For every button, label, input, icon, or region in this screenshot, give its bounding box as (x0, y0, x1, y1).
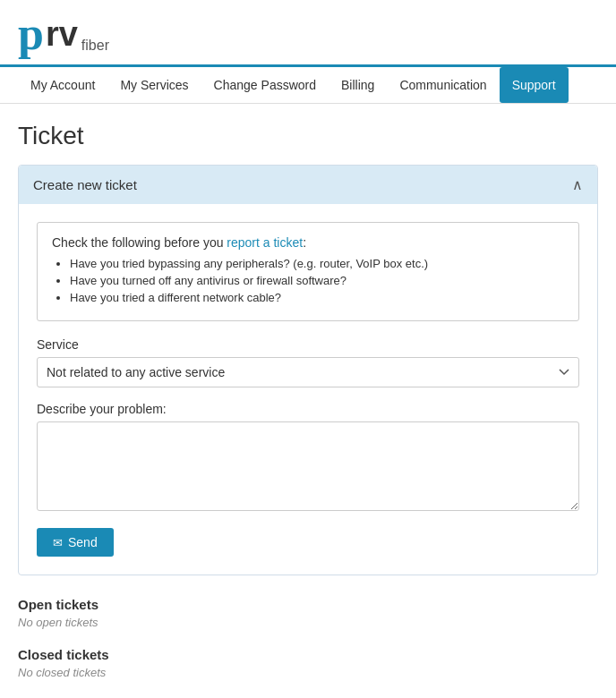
page-title: Ticket (18, 122, 598, 150)
closed-tickets-empty: No closed tickets (18, 666, 598, 679)
precheck-title: Check the following before you report a … (52, 235, 564, 250)
logo-fiber: fiber (81, 38, 109, 54)
create-ticket-card: Create new ticket ∧ Check the following … (18, 165, 598, 575)
logo-rv: rv (46, 17, 78, 51)
logo-p: p (18, 11, 44, 57)
nav: My Account My Services Change Password B… (0, 67, 616, 104)
precheck-box: Check the following before you report a … (37, 222, 579, 321)
open-tickets-section: Open tickets No open tickets (18, 597, 598, 629)
precheck-item-3: Have you tried a different network cable… (70, 291, 564, 304)
precheck-item-2: Have you turned off any antivirus or fir… (70, 274, 564, 287)
problem-label: Describe your problem: (37, 402, 579, 416)
service-group: Service Not related to any active servic… (37, 337, 579, 387)
send-label: Send (68, 535, 98, 549)
open-tickets-title: Open tickets (18, 597, 598, 612)
open-tickets-empty: No open tickets (18, 616, 598, 629)
closed-tickets-title: Closed tickets (18, 647, 598, 662)
nav-item-support[interactable]: Support (500, 67, 569, 103)
send-button[interactable]: ✉ Send (37, 528, 114, 557)
header: p rv fiber (0, 0, 616, 67)
problem-group: Describe your problem: (37, 402, 579, 514)
nav-item-communication[interactable]: Communication (387, 67, 499, 103)
nav-item-billing[interactable]: Billing (329, 67, 387, 103)
send-icon: ✉ (53, 536, 63, 549)
chevron-up-icon: ∧ (572, 176, 583, 193)
logo: p rv fiber (18, 11, 598, 57)
problem-textarea[interactable] (37, 421, 579, 511)
nav-item-change-password[interactable]: Change Password (201, 67, 329, 103)
create-ticket-title: Create new ticket (33, 177, 137, 192)
create-ticket-header[interactable]: Create new ticket ∧ (19, 166, 597, 204)
closed-tickets-section: Closed tickets No closed tickets (18, 647, 598, 679)
page-content: Ticket Create new ticket ∧ Check the fol… (0, 104, 616, 698)
create-ticket-body: Check the following before you report a … (19, 204, 597, 575)
service-select[interactable]: Not related to any active service (37, 357, 579, 387)
nav-item-my-account[interactable]: My Account (18, 67, 107, 103)
report-ticket-link[interactable]: report a ticket (227, 235, 303, 250)
service-label: Service (37, 337, 579, 352)
precheck-item-1: Have you tried bypassing any peripherals… (70, 257, 564, 270)
nav-item-my-services[interactable]: My Services (107, 67, 201, 103)
precheck-list: Have you tried bypassing any peripherals… (52, 257, 564, 304)
